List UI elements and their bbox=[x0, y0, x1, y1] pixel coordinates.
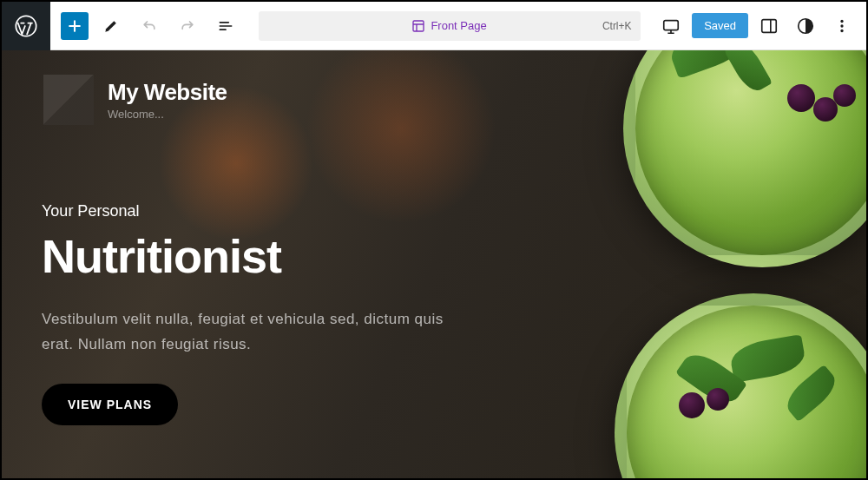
cta-label: VIEW PLANS bbox=[68, 398, 152, 411]
svg-rect-3 bbox=[762, 19, 777, 32]
options-button[interactable] bbox=[826, 10, 858, 42]
document-overview-button[interactable] bbox=[210, 10, 241, 42]
site-header[interactable]: My Website Welcome... bbox=[43, 75, 227, 125]
current-page-name: Front Page bbox=[431, 19, 486, 32]
site-identity: My Website Welcome... bbox=[108, 79, 227, 121]
toolbar-left-group bbox=[50, 10, 252, 42]
list-icon bbox=[217, 17, 234, 35]
add-block-button[interactable] bbox=[61, 12, 89, 40]
hero-description[interactable]: Vestibulum velit nulla, feugiat et vehic… bbox=[42, 307, 458, 358]
hero-eyebrow[interactable]: Your Personal bbox=[42, 202, 458, 220]
svg-point-6 bbox=[840, 24, 843, 27]
cta-button[interactable]: VIEW PLANS bbox=[42, 384, 178, 425]
editor-canvas[interactable]: My Website Welcome... Your Personal Nutr… bbox=[2, 50, 866, 480]
svg-point-5 bbox=[840, 19, 843, 22]
svg-rect-1 bbox=[413, 21, 424, 31]
redo-button[interactable] bbox=[172, 10, 203, 42]
wordpress-logo[interactable] bbox=[2, 2, 50, 50]
toolbar-right-group: Saved bbox=[647, 10, 866, 42]
desktop-icon bbox=[661, 16, 681, 36]
svg-rect-2 bbox=[664, 20, 679, 30]
site-logo-placeholder[interactable] bbox=[43, 75, 94, 125]
site-tagline[interactable]: Welcome... bbox=[108, 108, 227, 121]
hero-image-jar bbox=[623, 50, 866, 267]
editor-toolbar: Front Page Ctrl+K Saved bbox=[2, 2, 866, 50]
pencil-icon bbox=[102, 17, 120, 35]
page-selector[interactable]: Front Page Ctrl+K bbox=[259, 11, 641, 41]
shortcut-hint: Ctrl+K bbox=[602, 20, 632, 32]
page-selector-label: Front Page bbox=[411, 19, 486, 33]
undo-icon bbox=[141, 17, 158, 35]
view-button[interactable] bbox=[655, 10, 687, 42]
saved-label: Saved bbox=[704, 19, 736, 32]
sidebar-icon bbox=[760, 16, 779, 36]
hero-image-jar bbox=[615, 293, 866, 480]
hero-title[interactable]: Nutritionist bbox=[42, 229, 458, 283]
site-title[interactable]: My Website bbox=[108, 79, 227, 106]
hero-section[interactable]: Your Personal Nutritionist Vestibulum ve… bbox=[42, 202, 458, 425]
sidebar-toggle-button[interactable] bbox=[753, 10, 785, 42]
bg-blur-decoration bbox=[306, 50, 496, 224]
more-vertical-icon bbox=[832, 16, 852, 36]
saved-button[interactable]: Saved bbox=[692, 13, 748, 38]
plus-icon bbox=[66, 17, 83, 35]
styles-button[interactable] bbox=[790, 10, 821, 42]
contrast-icon bbox=[796, 16, 815, 36]
undo-button[interactable] bbox=[134, 10, 165, 42]
redo-icon bbox=[179, 17, 196, 35]
layout-icon bbox=[411, 19, 425, 33]
svg-point-7 bbox=[840, 29, 843, 31]
edit-tool-button[interactable] bbox=[95, 10, 127, 42]
toolbar-center: Front Page Ctrl+K bbox=[252, 11, 647, 41]
